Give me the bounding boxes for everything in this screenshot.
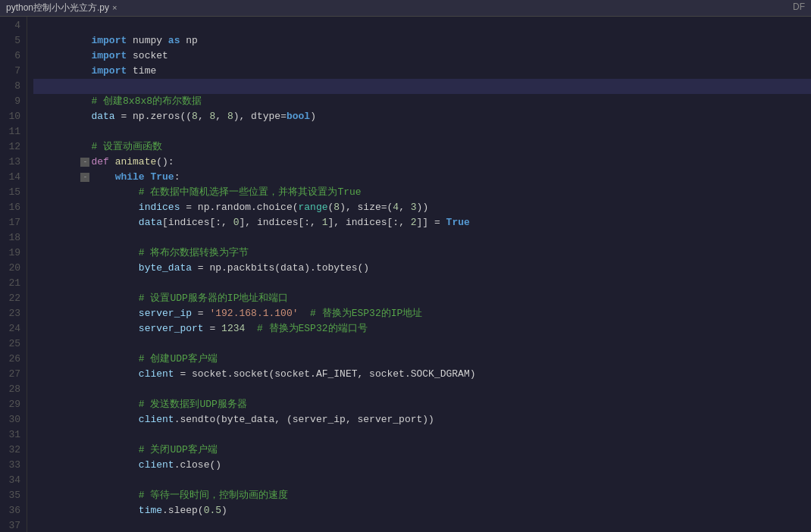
- top-right-label: DF: [793, 2, 805, 12]
- code-line: # 创建UDP客户端: [33, 336, 811, 352]
- code-editor: 4 5 6 7 8 9 10 11 12 13 14 15 16 17 18 1…: [0, 17, 811, 532]
- fold-marker[interactable]: -: [80, 158, 89, 167]
- fold-marker[interactable]: -: [80, 173, 89, 182]
- code-line: # 创建8x8x8的布尔数据: [33, 79, 811, 94]
- close-icon[interactable]: ×: [112, 4, 117, 13]
- line-numbers: 4 5 6 7 8 9 10 11 12 13 14 15 16 17 18 1…: [0, 17, 27, 532]
- code-line: # 关闭UDP客户端: [33, 427, 811, 443]
- code-line: # 发送数据到UDP服务器: [33, 382, 811, 397]
- code-line: # 设置动画函数: [33, 124, 811, 139]
- code-line: # 将布尔数据转换为字节: [33, 230, 811, 246]
- code-content[interactable]: import numpy as np import socket import …: [27, 17, 811, 532]
- filename-label: python控制小小光立方.py: [6, 2, 109, 14]
- code-line: # 设置UDP服务器的IP地址和端口: [33, 276, 811, 291]
- code-line: # 等待一段时间，控制动画的速度: [33, 473, 811, 488]
- code-line: # 调用动画函数: [33, 518, 811, 532]
- code-line: import numpy as np: [33, 18, 811, 33]
- title-bar: python控制小小光立方.py × DF: [0, 0, 811, 17]
